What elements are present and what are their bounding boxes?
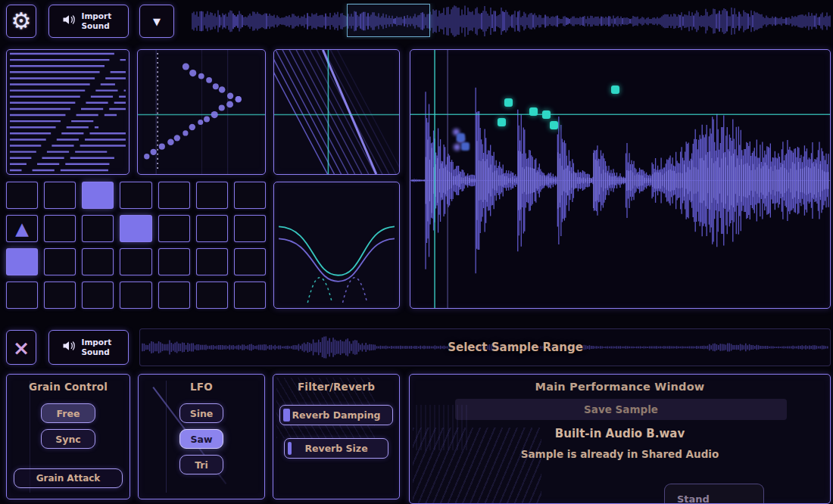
filter-reverb-panel: Filter/Reverb Reverb Damping Reverb Size bbox=[273, 374, 400, 499]
sequencer-cell-r2c5[interactable] bbox=[196, 248, 228, 275]
sequencer-cell-r0c4[interactable] bbox=[158, 182, 190, 209]
close-button[interactable]: × bbox=[6, 330, 36, 365]
import-sound-label: Import Sound bbox=[82, 11, 117, 31]
sequencer-cell-r2c0[interactable] bbox=[6, 248, 38, 275]
performance-title: Main Performance Window bbox=[410, 381, 830, 393]
grain-sync-button[interactable]: Sync bbox=[41, 429, 95, 449]
import-sound-button-top[interactable]: Import Sound bbox=[48, 5, 129, 38]
sequencer-cell-r1c0[interactable]: ▲ bbox=[6, 215, 38, 242]
lfo-tri-button[interactable]: Tri bbox=[179, 455, 223, 474]
granular-synth-window: ⚙ Import Sound ▼ ▲ bbox=[0, 0, 833, 504]
grain-lines-display[interactable] bbox=[6, 49, 129, 175]
sequencer-cell-r3c2[interactable] bbox=[82, 282, 114, 309]
sequencer-cell-r2c3[interactable] bbox=[120, 248, 151, 275]
speaker-icon bbox=[61, 338, 76, 356]
sequencer-cell-r0c5[interactable] bbox=[196, 182, 228, 209]
reverb-damping-label: Reverb Damping bbox=[292, 409, 380, 421]
speaker-icon bbox=[61, 12, 76, 30]
grain-control-panel: Grain Control Free Sync Grain Attack bbox=[6, 374, 130, 499]
pitch-diagonal-display[interactable] bbox=[273, 49, 400, 175]
select-sample-range-label: Select Sample Range bbox=[448, 341, 583, 354]
sequencer-cell-r3c0[interactable] bbox=[6, 282, 38, 309]
sequencer-cell-r3c4[interactable] bbox=[158, 282, 190, 309]
step-sequencer-grid: ▲ bbox=[6, 182, 266, 309]
sequencer-cell-r1c4[interactable] bbox=[158, 215, 190, 242]
sequencer-cell-r0c1[interactable] bbox=[44, 182, 76, 209]
main-waveform-display[interactable] bbox=[410, 49, 831, 309]
sequencer-cell-r2c1[interactable] bbox=[44, 248, 76, 275]
filter-curve-display[interactable] bbox=[273, 182, 400, 309]
sequencer-cell-r1c2[interactable] bbox=[82, 215, 114, 242]
sample-waveform bbox=[410, 50, 830, 308]
sample-range-strip[interactable]: Select Sample Range bbox=[139, 328, 831, 366]
reverb-size-button[interactable]: Reverb Size bbox=[284, 438, 388, 459]
dot-chevron-pattern bbox=[138, 50, 265, 174]
grain-scatter-display[interactable] bbox=[137, 49, 266, 175]
sequencer-cell-r3c3[interactable] bbox=[120, 282, 151, 309]
main-performance-panel: Main Performance Window Save Sample Buil… bbox=[409, 374, 831, 504]
slider-handle bbox=[288, 442, 292, 455]
waveform-overview-strip[interactable] bbox=[191, 3, 831, 39]
lines-pattern bbox=[7, 50, 129, 174]
playhead-triangle-icon: ▲ bbox=[15, 220, 29, 238]
import-sound-label: Import Sound bbox=[82, 338, 117, 357]
sequencer-cell-r0c2[interactable] bbox=[82, 182, 114, 209]
sequencer-cell-r2c4[interactable] bbox=[158, 248, 190, 275]
reverb-size-label: Reverb Size bbox=[304, 443, 367, 454]
sequencer-cell-r1c5[interactable] bbox=[196, 215, 228, 242]
lfo-sine-button[interactable]: Sine bbox=[179, 403, 223, 423]
grain-free-button[interactable]: Free bbox=[41, 403, 95, 423]
sequencer-cell-r3c1[interactable] bbox=[44, 282, 76, 309]
sequencer-cell-r3c6[interactable] bbox=[234, 282, 266, 309]
sequencer-cell-r2c2[interactable] bbox=[82, 248, 114, 275]
preset-dropdown-button[interactable]: ▼ bbox=[139, 5, 174, 38]
sample-status-text: Sample is already in Shared Audio bbox=[410, 448, 830, 460]
sequencer-cell-r0c6[interactable] bbox=[234, 182, 266, 209]
slider-handle bbox=[283, 409, 290, 422]
settings-button[interactable]: ⚙ bbox=[6, 5, 36, 38]
sequencer-cell-r1c1[interactable] bbox=[44, 215, 76, 242]
import-sound-button-lower[interactable]: Import Sound bbox=[48, 330, 129, 365]
sample-file-name: Built-in Audio B.wav bbox=[410, 427, 830, 440]
filter-curves bbox=[274, 182, 399, 308]
gear-icon: ⚙ bbox=[11, 10, 32, 33]
chevron-down-icon: ▼ bbox=[153, 17, 161, 26]
overview-selection-region[interactable] bbox=[347, 4, 430, 37]
sequencer-cell-r0c0[interactable] bbox=[6, 182, 38, 209]
sequencer-cell-r1c6[interactable] bbox=[234, 215, 266, 242]
diagonal-fan-pattern bbox=[274, 50, 399, 174]
sequencer-cell-r0c3[interactable] bbox=[120, 182, 151, 209]
sequencer-cell-r2c6[interactable] bbox=[234, 248, 266, 275]
close-icon: × bbox=[13, 338, 30, 358]
lfo-title: LFO bbox=[139, 381, 264, 393]
lfo-saw-button[interactable]: Saw bbox=[179, 429, 223, 449]
grain-attack-button[interactable]: Grain Attack bbox=[14, 468, 123, 488]
filter-reverb-title: Filter/Reverb bbox=[273, 381, 399, 393]
lfo-panel: LFO Sine Saw Tri bbox=[138, 374, 265, 499]
overview-waveform bbox=[191, 3, 831, 39]
reverb-damping-button[interactable]: Reverb Damping bbox=[279, 405, 393, 425]
sequencer-cell-r3c5[interactable] bbox=[196, 282, 228, 309]
sequencer-cell-r1c3[interactable] bbox=[120, 215, 151, 242]
partial-clipped-button[interactable]: Stand bbox=[664, 484, 764, 504]
grain-control-title: Grain Control bbox=[7, 381, 129, 393]
save-sample-button[interactable]: Save Sample bbox=[455, 399, 787, 420]
